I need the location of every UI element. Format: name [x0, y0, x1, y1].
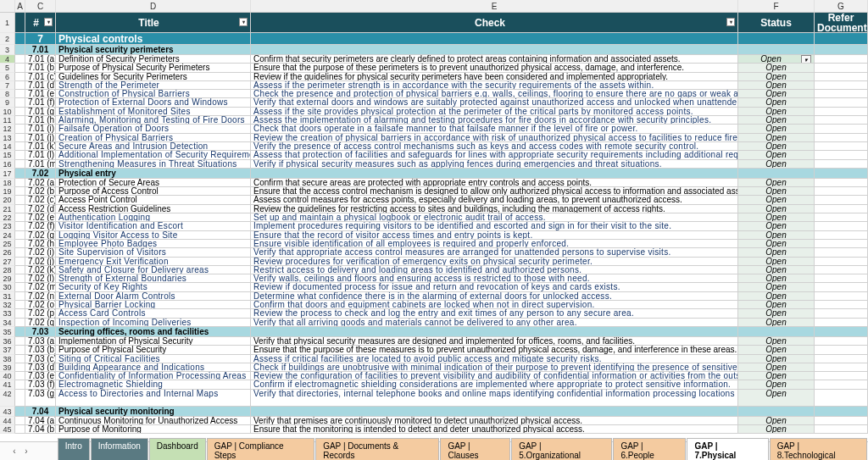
row-title[interactable]: Strengthening Measures in Threat Situati… — [56, 160, 251, 169]
row-id[interactable]: 7.02 (n) — [25, 292, 56, 301]
tab-gap-documents-records[interactable]: GAP | Documents & Records — [315, 438, 439, 460]
row-title[interactable]: Failsafe Operation of Doors — [56, 125, 251, 133]
rownum-6[interactable]: 6 — [0, 73, 15, 81]
row-id[interactable]: 7.03 (d) — [25, 363, 56, 372]
row-status[interactable]: Open — [738, 231, 815, 240]
tab-gap-7-physical[interactable]: GAP | 7.Physical — [687, 438, 768, 460]
row-refer[interactable] — [815, 248, 868, 257]
row-status[interactable]: Open — [738, 258, 815, 266]
row-status[interactable]: Open▾ — [738, 55, 815, 64]
row-check[interactable]: Review the configuration of facilities t… — [251, 372, 738, 380]
row-status[interactable]: Open — [738, 274, 815, 283]
table-row[interactable]: 41 7.03 (f) Electromagnetic Shielding Co… — [0, 380, 868, 389]
row-status[interactable]: Open — [738, 417, 815, 425]
rownum-20[interactable]: 20 — [0, 196, 15, 204]
row-refer[interactable] — [815, 196, 868, 204]
select-all-corner[interactable] — [0, 0, 15, 12]
row-title[interactable]: Building Appearance and Indications — [56, 363, 251, 372]
row-status[interactable]: Open — [738, 240, 815, 248]
row-title[interactable]: External Door Alarm Controls — [56, 292, 251, 301]
row-title[interactable]: Access Point Control — [56, 196, 251, 204]
row-title[interactable]: Inspection of Incoming Deliveries — [56, 319, 251, 327]
row-title[interactable]: Additional Implementation of Security Re… — [56, 151, 251, 159]
row-status[interactable]: Open — [738, 309, 815, 318]
row-status[interactable]: Open — [738, 301, 815, 309]
row-check[interactable]: Review if documented process for issue a… — [251, 283, 738, 291]
row-title[interactable]: Strength of the Perimeter — [56, 81, 251, 90]
table-row[interactable]: 5 7.01 (b) Purpose of Physical Security … — [0, 64, 868, 72]
row-id[interactable]: 7.03 (e) — [25, 372, 56, 380]
row-check[interactable]: Check if buildings are unobtrusive with … — [251, 363, 738, 372]
row-refer[interactable] — [815, 142, 868, 151]
rownum-28[interactable]: 28 — [0, 266, 15, 274]
row-status[interactable]: Open — [738, 125, 815, 133]
row-check[interactable]: Assess if the perimeter strength is in a… — [251, 81, 738, 90]
rownum-15[interactable]: 15 — [0, 151, 15, 159]
row-refer[interactable] — [815, 151, 868, 159]
row-id[interactable]: 7.01 (g) — [25, 108, 56, 116]
row-id[interactable]: 7.01 (a) — [25, 55, 56, 64]
row-refer[interactable] — [815, 266, 868, 274]
table-row[interactable]: 15 7.01 (l) Additional Implementation of… — [0, 151, 868, 159]
row-title[interactable]: Guidelines for Security Perimeters — [56, 73, 251, 81]
rownum-38[interactable]: 38 — [0, 355, 15, 363]
row-title[interactable]: Establishment of Monitored Sites — [56, 108, 251, 116]
row-check[interactable]: Verify the presence of access control me… — [251, 142, 738, 151]
row-id[interactable]: 7.02 (c) — [25, 196, 56, 204]
row-refer[interactable] — [815, 213, 868, 222]
row-title[interactable]: Safety and Closure for Delivery areas — [56, 266, 251, 274]
rownum-41[interactable]: 41 — [0, 380, 15, 389]
row-check[interactable]: Assess that protection of facilities and… — [251, 151, 738, 159]
rownum-36[interactable]: 36 — [0, 337, 15, 346]
tab-nav-right[interactable]: › — [20, 446, 32, 456]
row-id[interactable]: 7.02 (j) — [25, 258, 56, 266]
row-title[interactable]: Protection of External Doors and Windows — [56, 98, 251, 107]
table-row[interactable]: 36 7.03 (a) Implementation of Physical S… — [0, 337, 868, 346]
rownum-34[interactable]: 34 — [0, 319, 15, 327]
row-refer[interactable] — [815, 55, 868, 64]
row-id[interactable]: 7.01 (k) — [25, 142, 56, 151]
col-F[interactable]: F — [738, 0, 815, 12]
rownum-29[interactable]: 29 — [0, 274, 15, 283]
row-status[interactable]: Open — [738, 380, 815, 389]
table-row[interactable]: 13 7.01 (j) Creation of Physical Barrier… — [0, 134, 868, 142]
row-id[interactable]: 7.03 (c) — [25, 355, 56, 363]
table-row[interactable]: 32 7.02 (o) Physical Barrier Locking Con… — [0, 301, 868, 309]
tab-gap-5-organizational[interactable]: GAP | 5.Organizational — [511, 438, 612, 460]
table-row[interactable]: 44 7.04 (a) Continuous Monitoring for Un… — [0, 417, 868, 425]
row-check[interactable]: Check the presence and protection of phy… — [251, 90, 738, 98]
table-row[interactable]: 31 7.02 (n) External Door Alarm Controls… — [0, 292, 868, 301]
tab-information[interactable]: Information — [91, 438, 148, 460]
row-status[interactable]: Open — [738, 266, 815, 274]
row-refer[interactable] — [815, 346, 868, 354]
tab-intro[interactable]: Intro — [58, 438, 90, 460]
row-title[interactable]: Purpose of Physical Security — [56, 346, 251, 354]
row-refer[interactable] — [815, 187, 868, 196]
row-id[interactable]: 7.02 (q) — [25, 319, 56, 327]
row-check[interactable]: Review the process to check and log the … — [251, 309, 738, 318]
row-check[interactable]: Review if the guidelines for physical se… — [251, 73, 738, 81]
row-title[interactable]: Authentication Logging — [56, 213, 251, 222]
row-title[interactable]: Logging Visitor Access to Site — [56, 231, 251, 240]
row-refer[interactable] — [815, 425, 868, 434]
row-status[interactable]: Open — [738, 283, 815, 291]
rownum-7[interactable]: 7 — [0, 81, 15, 90]
table-row[interactable]: 26 7.02 (i) Site Supervision of Visitors… — [0, 248, 868, 257]
row-refer[interactable] — [815, 337, 868, 346]
row-status[interactable]: Open — [738, 151, 815, 159]
row-title[interactable]: Access Card Controls — [56, 309, 251, 318]
rownum-16[interactable]: 16 — [0, 160, 15, 169]
tab-gap-clauses[interactable]: GAP | Clauses — [440, 438, 510, 460]
row-refer[interactable] — [815, 372, 868, 380]
table-row[interactable]: 27 7.02 (j) Emergency Exit Verification … — [0, 258, 868, 266]
row-status[interactable]: Open — [738, 160, 815, 169]
col-E[interactable]: E — [251, 0, 738, 12]
row-refer[interactable] — [815, 417, 868, 425]
rownum-13[interactable]: 13 — [0, 134, 15, 142]
table-row[interactable]: 16 7.01 (m) Strengthening Measures in Th… — [0, 160, 868, 169]
rownum-10[interactable]: 10 — [0, 108, 15, 116]
row-status[interactable]: Open — [738, 98, 815, 107]
row-title[interactable]: Access to Directories and Internal Maps — [56, 390, 251, 407]
row-check[interactable]: Assess if critical facilities are locate… — [251, 355, 738, 363]
row-check[interactable]: Review the guidelines for restricting ac… — [251, 205, 738, 213]
